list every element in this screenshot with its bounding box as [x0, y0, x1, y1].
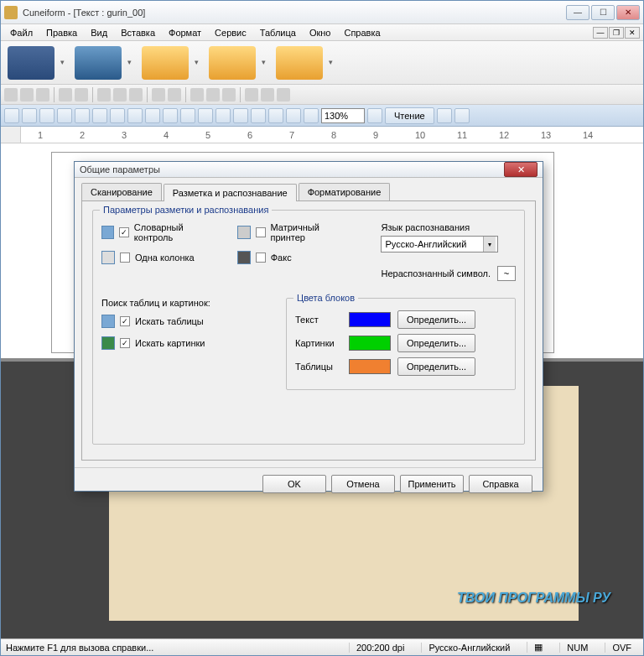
color-tables-label: Таблицы	[295, 362, 342, 372]
define-text-color-button[interactable]: Определить...	[397, 310, 475, 329]
dialog-close-button[interactable]: ✕	[504, 162, 538, 177]
new-icon[interactable]	[4, 88, 18, 102]
ruler-mark: 7	[289, 130, 294, 140]
mdi-close[interactable]: ✕	[625, 27, 640, 39]
search-tables-label: Искать таблицы	[135, 316, 204, 326]
style-icon[interactable]	[4, 108, 19, 123]
ok-button[interactable]: OK	[262, 475, 326, 493]
redo-icon[interactable]	[168, 88, 181, 102]
menu-insert[interactable]: Вставка	[115, 26, 161, 39]
close-button[interactable]: ✕	[616, 5, 640, 20]
align-right-icon[interactable]	[145, 108, 160, 123]
dot-matrix-checkbox[interactable]	[256, 227, 266, 237]
mdi-controls: — ❐ ✕	[593, 27, 640, 39]
open-icon[interactable]	[20, 88, 34, 102]
separator	[185, 87, 186, 102]
wizard-tool-icon[interactable]	[8, 46, 55, 80]
unrecognized-label: Нераспознанный символ.	[381, 268, 491, 279]
zoom-combo[interactable]: 130%	[321, 108, 365, 123]
print-icon[interactable]	[59, 88, 72, 102]
language-combo[interactable]: Русско-Английский	[381, 236, 498, 253]
mdi-minimize[interactable]: —	[593, 27, 608, 39]
underline-icon[interactable]	[92, 108, 107, 123]
ruler-area: 1 2 3 4 5 6 7 8 9 10 11 12 13 14	[1, 127, 643, 143]
table-search-icon	[101, 315, 115, 328]
separator	[92, 87, 93, 102]
size-icon[interactable]	[39, 108, 55, 123]
save-icon[interactable]	[36, 88, 49, 102]
speak-icon[interactable]	[437, 108, 452, 123]
search-pictures-checkbox[interactable]	[120, 338, 130, 348]
mdi-restore[interactable]: ❐	[609, 27, 624, 39]
layout-tool-icon[interactable]	[142, 46, 189, 80]
apply-button[interactable]: Применить	[400, 475, 464, 493]
cursor-icon[interactable]	[277, 88, 290, 102]
menu-view[interactable]: Вид	[85, 26, 113, 39]
cancel-button[interactable]: Отмена	[331, 475, 395, 493]
ruler-mark: 8	[331, 130, 336, 140]
read-button[interactable]: Чтение	[385, 107, 434, 124]
menu-window[interactable]: Окно	[304, 26, 337, 39]
menu-edit[interactable]: Правка	[40, 26, 83, 39]
info-icon[interactable]	[367, 108, 382, 123]
matrix-icon	[237, 226, 251, 239]
column-icon	[101, 251, 115, 264]
copy-icon[interactable]	[113, 88, 127, 102]
fax-checkbox[interactable]	[256, 253, 266, 263]
indent-dec-icon[interactable]	[216, 108, 231, 123]
preview-icon[interactable]	[75, 88, 88, 102]
status-grid-icon: ▦	[527, 642, 549, 653]
horizontal-ruler[interactable]: 1 2 3 4 5 6 7 8 9 10 11 12 13 14	[21, 127, 643, 143]
menu-table[interactable]: Таблица	[254, 26, 302, 39]
highlight-icon[interactable]	[268, 108, 283, 123]
recognize-tool-icon[interactable]	[209, 46, 256, 80]
help-button[interactable]: Справка	[469, 475, 532, 493]
help-icon[interactable]	[261, 88, 274, 102]
cut-icon[interactable]	[97, 88, 111, 102]
titlebar: Cuneiform - [Текст : gurin_00] — ☐ ✕	[1, 1, 643, 24]
maximize-button[interactable]: ☐	[591, 5, 615, 20]
scan-tool-icon[interactable]	[75, 46, 122, 80]
window-title: Cuneiform - [Текст : gurin_00]	[23, 8, 566, 18]
format-toolbar: 130% Чтение	[1, 105, 643, 127]
tables-icon[interactable]	[206, 88, 220, 102]
columns-icon[interactable]	[222, 88, 236, 102]
menu-service[interactable]: Сервис	[209, 26, 252, 39]
menu-file[interactable]: Файл	[4, 26, 39, 39]
undo-icon[interactable]	[152, 88, 165, 102]
align-center-icon[interactable]	[127, 108, 143, 123]
paragraph-icon[interactable]	[304, 108, 319, 123]
stop-icon[interactable]	[454, 108, 470, 123]
dict-checkbox[interactable]	[119, 227, 129, 237]
tab-formatting[interactable]: Форматирование	[299, 183, 391, 200]
search-tables-checkbox[interactable]	[120, 316, 130, 326]
separator	[147, 87, 148, 102]
paste-icon[interactable]	[129, 88, 143, 102]
italic-icon[interactable]	[75, 108, 90, 123]
align-left-icon[interactable]	[110, 108, 125, 123]
dialog-button-row: OK Отмена Применить Справка	[75, 467, 543, 500]
list-number-icon[interactable]	[198, 108, 213, 123]
export-tool-icon[interactable]	[276, 46, 323, 80]
tab-scanning[interactable]: Сканирование	[81, 183, 162, 200]
tab-layout-recognition[interactable]: Разметка и распознавание	[164, 184, 297, 201]
ruler-mark: 3	[122, 130, 127, 140]
define-pics-color-button[interactable]: Определить...	[397, 334, 475, 352]
font-icon[interactable]	[22, 108, 37, 123]
ruler-mark: 4	[164, 130, 169, 140]
find-icon[interactable]	[190, 88, 204, 102]
justify-icon[interactable]	[163, 108, 178, 123]
minimize-button[interactable]: —	[566, 5, 589, 20]
list-bullet-icon[interactable]	[180, 108, 195, 123]
zoom-icon[interactable]	[245, 88, 258, 102]
one-column-checkbox[interactable]	[120, 253, 130, 263]
menu-format[interactable]: Формат	[163, 26, 207, 39]
define-tables-color-button[interactable]: Определить...	[397, 357, 475, 376]
fontcolor-icon[interactable]	[286, 108, 301, 123]
unrecognized-char-input[interactable]	[497, 266, 516, 281]
border-icon[interactable]	[251, 108, 266, 123]
bold-icon[interactable]	[57, 108, 72, 123]
indent-inc-icon[interactable]	[233, 108, 248, 123]
status-dpi: 200:200 dpi	[349, 643, 412, 653]
menu-help[interactable]: Справка	[338, 26, 386, 39]
